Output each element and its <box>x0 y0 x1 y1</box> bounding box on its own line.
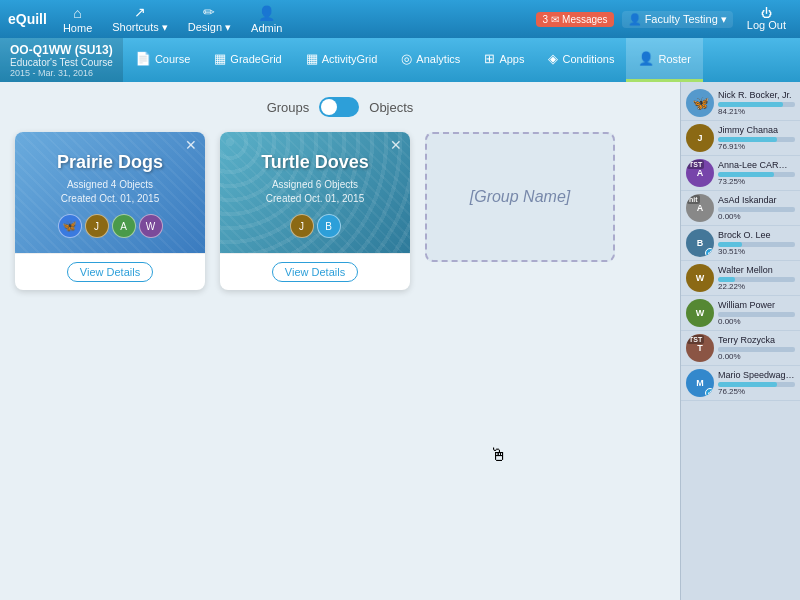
prairie-dogs-assigned: Assigned 4 Objects <box>67 179 153 190</box>
student-percentage: 76.91% <box>718 142 795 151</box>
second-nav: OO-Q1WW (SU13) Educator's Test Course 20… <box>0 38 800 82</box>
analytics-tab-icon: ◎ <box>401 51 412 66</box>
avatar-butterfly: 🦋 <box>58 214 82 238</box>
apps-tab-icon: ⊞ <box>484 51 495 66</box>
tab-apps-label: Apps <box>499 53 524 65</box>
tab-analytics-label: Analytics <box>416 53 460 65</box>
student-avatar: W <box>686 264 714 292</box>
course-tab-icon: 📄 <box>135 51 151 66</box>
nav-right: 3 ✉ Messages 👤 Faculty Testing ▾ ⏻ Log O… <box>536 5 792 33</box>
tab-nav: 📄 Course ▦ GradeGrid ▦ ActivityGrid ◎ An… <box>123 38 800 82</box>
activitygrid-tab-icon: ▦ <box>306 51 318 66</box>
student-name: William Power <box>718 300 795 311</box>
nav-admin[interactable]: 👤 Admin <box>243 3 290 36</box>
student-info: AsAd Iskandar0.00% <box>718 195 795 222</box>
prairie-dogs-view-details-btn[interactable]: View Details <box>67 262 153 282</box>
student-info: Brock O. Lee30.51% <box>718 230 795 257</box>
nav-design[interactable]: ✏ Design ▾ <box>180 2 239 36</box>
student-name: AsAd Iskandar <box>718 195 795 206</box>
messages-icon: ✉ <box>551 14 559 25</box>
tab-conditions[interactable]: ◈ Conditions <box>536 38 626 82</box>
student-item[interactable]: M✓Mario Speedwagon76.25% <box>681 366 800 401</box>
left-panel: Groups Objects ✕ Prairie Dogs Assigned 4… <box>0 82 680 600</box>
student-avatar: W <box>686 299 714 327</box>
student-name: Walter Mellon <box>718 265 795 276</box>
person-icon: 👤 <box>628 13 642 26</box>
prairie-dogs-avatars: 🦋 J A W <box>30 206 190 243</box>
nav-home-label: Home <box>63 22 92 34</box>
tab-analytics[interactable]: ◎ Analytics <box>389 38 472 82</box>
student-percentage: 0.00% <box>718 352 795 361</box>
tab-roster[interactable]: 👤 Roster <box>626 38 702 82</box>
student-info: Jimmy Chanaa76.91% <box>718 125 795 152</box>
tab-gradeGrid[interactable]: ▦ GradeGrid <box>202 38 293 82</box>
turtle-doves-delete-icon[interactable]: ✕ <box>390 137 402 153</box>
student-info: Walter Mellon22.22% <box>718 265 795 292</box>
tab-conditions-label: Conditions <box>562 53 614 65</box>
student-percentage: 0.00% <box>718 317 795 326</box>
main-content: Groups Objects ✕ Prairie Dogs Assigned 4… <box>0 82 800 600</box>
student-item[interactable]: TSTAAnna-Lee CARMEN J... Franklinson GON… <box>681 156 800 191</box>
course-info: OO-Q1WW (SU13) Educator's Test Course 20… <box>0 38 123 82</box>
home-icon: ⌂ <box>73 5 81 21</box>
student-item[interactable]: WWilliam Power0.00% <box>681 296 800 331</box>
tab-apps[interactable]: ⊞ Apps <box>472 38 536 82</box>
student-item[interactable]: 🦋Nick R. Bocker, Jr.84.21% <box>681 86 800 121</box>
student-avatar: TSTT <box>686 334 714 362</box>
avatar-1: J <box>85 214 109 238</box>
toggle-switch[interactable] <box>319 97 359 117</box>
logout-button[interactable]: ⏻ Log Out <box>741 5 792 33</box>
top-nav: eQuill ⌂ Home ↗ Shortcuts ▾ ✏ Design ▾ 👤… <box>0 0 800 38</box>
app-logo: eQuill <box>8 11 47 27</box>
prairie-dogs-delete-icon[interactable]: ✕ <box>185 137 197 153</box>
messages-button[interactable]: 3 ✉ Messages <box>536 12 613 27</box>
tab-activityGrid-label: ActivityGrid <box>322 53 378 65</box>
student-percentage: 73.25% <box>718 177 795 186</box>
groups-objects-toggle: Groups Objects <box>15 97 665 117</box>
student-avatar: B✓ <box>686 229 714 257</box>
tab-gradeGrid-label: GradeGrid <box>230 53 281 65</box>
roster-tab-icon: 👤 <box>638 51 654 66</box>
avatar-3: W <box>139 214 163 238</box>
cards-area: ✕ Prairie Dogs Assigned 4 Objects Create… <box>15 132 665 290</box>
avatar-td-2: B <box>317 214 341 238</box>
nav-home[interactable]: ⌂ Home <box>55 3 100 36</box>
student-avatar: M✓ <box>686 369 714 397</box>
avatar-2: A <box>112 214 136 238</box>
faculty-label: Faculty Testing ▾ <box>645 13 727 26</box>
student-name: Brock O. Lee <box>718 230 795 241</box>
turtle-doves-view-details-btn[interactable]: View Details <box>272 262 358 282</box>
design-icon: ✏ <box>203 4 215 20</box>
student-check-icon: ✓ <box>705 248 714 257</box>
student-info: Mario Speedwagon76.25% <box>718 370 795 397</box>
faculty-testing-button[interactable]: 👤 Faculty Testing ▾ <box>622 11 733 28</box>
tab-course[interactable]: 📄 Course <box>123 38 202 82</box>
student-percentage: 76.25% <box>718 387 795 396</box>
turtle-doves-footer: View Details <box>220 253 410 290</box>
student-badge: TST <box>687 335 704 344</box>
new-group-card[interactable]: [Group Name] <box>425 132 615 262</box>
student-name: Jimmy Chanaa <box>718 125 795 136</box>
nav-shortcuts-label: Shortcuts ▾ <box>112 21 168 34</box>
student-name: Terry Rozycka <box>718 335 795 346</box>
prairie-dogs-header: ✕ Prairie Dogs Assigned 4 Objects Create… <box>15 132 205 253</box>
student-info: Anna-Lee CARMEN J... Franklinson GONZALE… <box>718 160 795 187</box>
student-badge: TST <box>687 160 704 169</box>
tab-activityGrid[interactable]: ▦ ActivityGrid <box>294 38 390 82</box>
nav-shortcuts[interactable]: ↗ Shortcuts ▾ <box>104 2 176 36</box>
student-percentage: 0.00% <box>718 212 795 221</box>
student-avatar: 🦋 <box>686 89 714 117</box>
conditions-tab-icon: ◈ <box>548 51 558 66</box>
prairie-dogs-title: Prairie Dogs <box>30 152 190 173</box>
student-item[interactable]: B✓Brock O. Lee30.51% <box>681 226 800 261</box>
turtle-doves-title: Turtle Doves <box>235 152 395 173</box>
student-item[interactable]: JJimmy Chanaa76.91% <box>681 121 800 156</box>
student-item[interactable]: WWalter Mellon22.22% <box>681 261 800 296</box>
admin-icon: 👤 <box>258 5 275 21</box>
avatar-td-1: J <box>290 214 314 238</box>
course-name: Educator's Test Course <box>10 57 113 68</box>
student-item[interactable]: TSTTTerry Rozycka0.00% <box>681 331 800 366</box>
messages-count: 3 <box>542 14 548 25</box>
student-item[interactable]: nitAAsAd Iskandar0.00% <box>681 191 800 226</box>
groups-label: Groups <box>267 100 310 115</box>
